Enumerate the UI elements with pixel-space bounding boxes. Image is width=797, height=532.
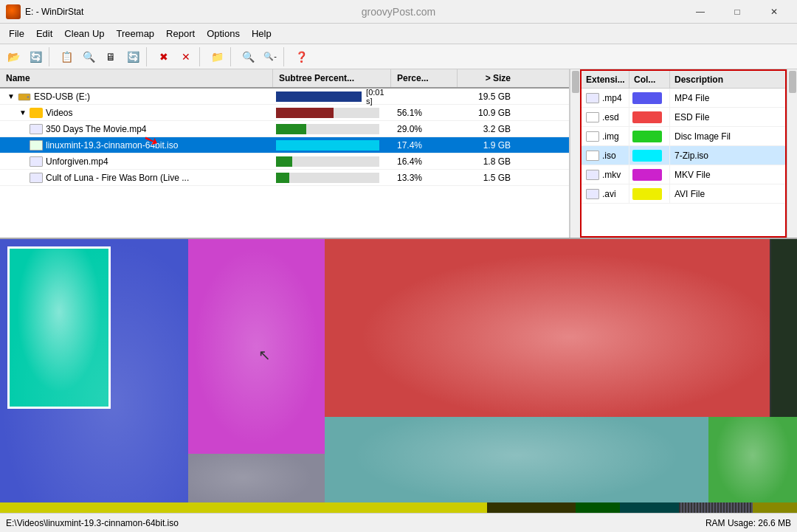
leg-ext-header[interactable]: Extensi... (582, 71, 629, 88)
row-label: Unforgiven.mp4 (46, 156, 108, 167)
tree-row[interactable]: ▼ ESD-USB (E:) [0:01 s] (0, 89, 569, 105)
leg-col-header[interactable]: Col... (629, 71, 670, 88)
tb-help[interactable]: ❓ (291, 47, 311, 66)
treemap-area[interactable]: ↖ (0, 239, 797, 513)
top-pane: ➘ Name Subtree Percent... Perce... > Siz… (0, 69, 797, 239)
maximize-button[interactable]: □ (720, 0, 754, 24)
close-button[interactable]: ✕ (757, 0, 791, 24)
row-name: ▼ ESD-USB (E:) (0, 89, 273, 104)
treemap-status-strip (0, 502, 797, 513)
ext-label: .esd (602, 112, 619, 122)
col-subtree-header[interactable]: Subtree Percent... (273, 69, 391, 87)
scroll-thumb (572, 71, 579, 93)
tm-iso-block (7, 246, 111, 409)
tb-sep3 (199, 47, 204, 66)
leg-ext: .mp4 (582, 89, 629, 107)
menu-help[interactable]: Help (246, 25, 277, 42)
status-bar: E:\Videos\linuxmint-19.3-cinnamon-64bit.… (0, 513, 797, 532)
row-perce: 56.1% (391, 105, 458, 120)
main-area: ➘ Name Subtree Percent... Perce... > Siz… (0, 69, 797, 513)
minimize-button[interactable]: — (683, 0, 717, 24)
tm-blue-section (0, 239, 188, 513)
file-type-icon (586, 93, 599, 103)
color-swatch (632, 169, 662, 181)
leg-col (629, 146, 670, 165)
file-type-icon (586, 189, 599, 199)
row-name: linuxmint-19.3-cinnamon-64bit.iso (0, 137, 273, 153)
window-title: E: - WinDirStat (25, 7, 83, 17)
menu-edit[interactable]: Edit (30, 25, 58, 42)
row-label: Cult of Luna - Fire Was Born (Live ... (46, 173, 189, 183)
legend-row[interactable]: .mp4 MP4 File (582, 89, 785, 108)
tb-copy[interactable]: 📋 (56, 47, 77, 66)
expand-icon[interactable]: ▼ (18, 108, 28, 118)
tree-row[interactable]: ▼ Videos 56.1% 10.9 GB (0, 105, 569, 121)
tree-row-selected[interactable]: linuxmint-19.3-cinnamon-64bit.iso 17.4% … (0, 137, 569, 153)
leg-col (629, 165, 670, 184)
menu-options[interactable]: Options (201, 25, 246, 42)
menu-report[interactable]: Report (160, 25, 201, 42)
tree-header: Name Subtree Percent... Perce... > Size (0, 69, 569, 89)
tb-sep4 (230, 47, 235, 66)
subtree-bar (276, 173, 379, 183)
col-name-header[interactable]: Name (0, 69, 273, 87)
row-label: 350 Days The Movie.mp4 (46, 124, 147, 134)
svg-point-1 (27, 96, 30, 98)
tb-delete[interactable]: ✕ (176, 47, 196, 66)
legend-row[interactable]: .mkv MKV File (582, 165, 785, 184)
leg-desc-header[interactable]: Description (670, 71, 785, 88)
row-subtree (273, 121, 391, 137)
file-icon (30, 173, 43, 183)
tb-open[interactable]: 📂 (3, 47, 24, 66)
tb-find[interactable]: 🔍 (78, 47, 99, 66)
file-type-icon (586, 170, 599, 180)
menu-file[interactable]: File (3, 25, 30, 42)
leg-desc: MP4 File (670, 89, 785, 107)
tree-row[interactable]: Unforgiven.mp4 16.4% 1.8 GB (0, 153, 569, 170)
legend-scrollbar[interactable] (787, 69, 797, 238)
row-perce: 13.3% (391, 170, 458, 185)
row-subtree (273, 170, 391, 185)
drive-icon (18, 91, 31, 102)
file-type-icon (586, 112, 599, 122)
file-tree: ➘ Name Subtree Percent... Perce... > Siz… (0, 69, 570, 238)
tb-reload[interactable]: 🔄 (123, 47, 143, 66)
row-size: 1.9 GB (458, 137, 517, 153)
status-path: E:\Videos\linuxmint-19.3-cinnamon-64bit.… (6, 518, 179, 528)
expand-icon[interactable]: ▼ (6, 91, 16, 102)
leg-ext: .esd (582, 108, 629, 126)
legend-panel: Extensi... Col... Description .mp4 MP4 F… (580, 69, 787, 238)
legend-row-selected[interactable]: .iso 7-Zip.iso (582, 146, 785, 165)
tb-zoom-out[interactable]: 🔍- (260, 47, 280, 66)
row-size: 1.5 GB (458, 170, 517, 185)
tree-scrollbar[interactable] (570, 69, 580, 238)
legend-row[interactable]: .img Disc Image Fil (582, 127, 785, 146)
menu-cleanup[interactable]: Clean Up (58, 25, 110, 42)
tm-dark-strip (771, 239, 797, 417)
tree-row[interactable]: 350 Days The Movie.mp4 29.0% 3.2 GB (0, 121, 569, 137)
tb-folder-new[interactable]: 📁 (207, 47, 227, 66)
bar-fill (276, 91, 362, 102)
col-size-header[interactable]: > Size (458, 69, 517, 87)
color-swatch (632, 92, 662, 104)
leg-ext: .mkv (582, 165, 629, 184)
tb-refresh[interactable]: 🔄 (25, 47, 46, 66)
subtree-bar (276, 140, 379, 151)
row-subtree (273, 153, 391, 169)
tree-row[interactable]: Cult of Luna - Fire Was Born (Live ... 1… (0, 170, 569, 186)
leg-col (629, 184, 670, 203)
legend-row[interactable]: .esd ESD File (582, 108, 785, 127)
tm-right-group (325, 239, 797, 513)
time-label: [0:01 s] (366, 88, 388, 106)
legend-row[interactable]: .avi AVI File (582, 184, 785, 204)
tb-zoom-in[interactable]: 🔍 (238, 47, 258, 66)
col-perce-header[interactable]: Perce... (391, 69, 458, 87)
menu-treemap[interactable]: Treemap (111, 25, 161, 42)
ext-label: .img (602, 131, 619, 142)
leg-desc: MKV File (670, 165, 785, 184)
tb-screen[interactable]: 🖥 (100, 47, 121, 66)
file-icon (30, 156, 43, 167)
tb-stop[interactable]: ✖ (153, 47, 174, 66)
ext-label: .avi (602, 189, 616, 199)
subtree-bar (276, 108, 379, 118)
